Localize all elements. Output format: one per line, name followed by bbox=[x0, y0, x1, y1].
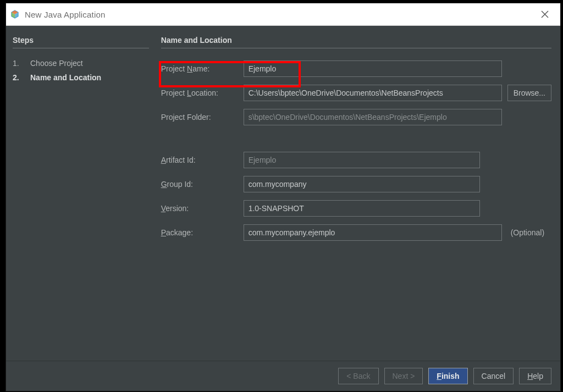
footer: < Back Next > Finish Cancel Help bbox=[6, 361, 560, 391]
package-input[interactable] bbox=[244, 224, 502, 241]
back-button: < Back bbox=[338, 368, 378, 384]
step-2-num: 2. bbox=[13, 70, 20, 85]
close-button[interactable] bbox=[534, 3, 556, 25]
version-label: Version: bbox=[161, 204, 238, 213]
project-folder-input bbox=[244, 109, 502, 125]
form-grid: Project Name: Project Location: Browse..… bbox=[161, 60, 551, 241]
project-name-input[interactable] bbox=[244, 60, 502, 77]
row-gap bbox=[161, 133, 551, 144]
form-panel: Name and Location Project Name: Project … bbox=[154, 26, 560, 361]
version-input[interactable] bbox=[244, 200, 480, 217]
artifact-id-label: Artifact Id: bbox=[161, 156, 238, 164]
step-1-num: 1. bbox=[13, 56, 20, 70]
project-location-input[interactable] bbox=[244, 85, 502, 101]
finish-button[interactable]: Finish bbox=[428, 368, 467, 384]
netbeans-icon bbox=[10, 10, 19, 19]
form-heading: Name and Location bbox=[161, 36, 551, 48]
step-2: 2. Name and Location bbox=[13, 70, 149, 85]
help-button[interactable]: Help bbox=[519, 368, 551, 384]
next-button: Next > bbox=[384, 368, 423, 384]
group-id-label: Group Id: bbox=[161, 180, 238, 189]
project-name-label: Project Name: bbox=[161, 64, 238, 73]
project-location-label: Project Location: bbox=[161, 89, 238, 97]
group-id-input[interactable] bbox=[244, 176, 480, 192]
browse-button[interactable]: Browse... bbox=[507, 85, 551, 101]
step-2-label: Name and Location bbox=[30, 70, 101, 85]
package-label: Package: bbox=[161, 228, 238, 237]
titlebar: New Java Application bbox=[6, 3, 560, 26]
step-1: 1. Choose Project bbox=[13, 56, 149, 70]
step-1-label: Choose Project bbox=[30, 56, 83, 70]
cancel-button[interactable]: Cancel bbox=[473, 368, 514, 384]
project-folder-label: Project Folder: bbox=[161, 113, 238, 122]
close-icon bbox=[541, 10, 549, 18]
artifact-id-input bbox=[244, 152, 480, 168]
steps-heading: Steps bbox=[13, 36, 149, 48]
optional-label: (Optional) bbox=[509, 228, 544, 237]
dialog-body: Steps 1. Choose Project 2. Name and Loca… bbox=[6, 26, 560, 361]
steps-panel: Steps 1. Choose Project 2. Name and Loca… bbox=[6, 26, 154, 361]
new-java-application-dialog: New Java Application Steps 1. Choose Pro… bbox=[5, 3, 561, 391]
window-title: New Java Application bbox=[25, 10, 534, 19]
